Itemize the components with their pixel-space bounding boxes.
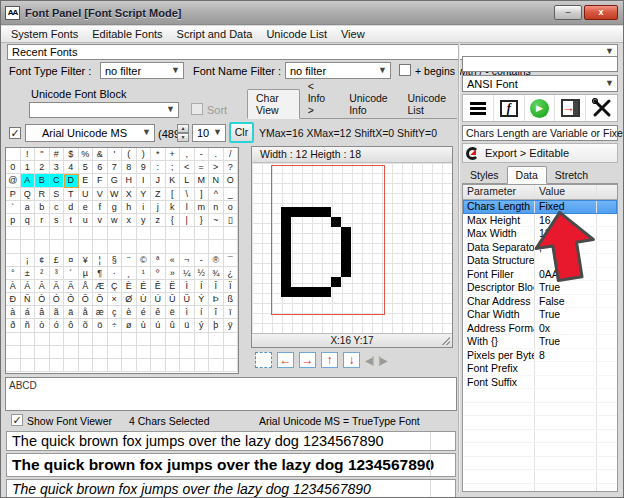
grid-cell-?[interactable]: ? xyxy=(224,161,239,174)
grid-cell-ñ[interactable]: ñ xyxy=(21,319,36,332)
grid-cell-▯[interactable]: ▯ xyxy=(224,214,239,227)
grid-cell-i[interactable]: i xyxy=(137,201,152,214)
grid-cell[interactable] xyxy=(224,240,239,253)
grid-cell[interactable] xyxy=(122,333,137,346)
grid-cell[interactable] xyxy=(180,333,195,346)
grid-cell-À[interactable]: À xyxy=(6,280,21,293)
glyph-pixel[interactable] xyxy=(281,237,291,247)
grid-cell-à[interactable]: à xyxy=(6,306,21,319)
grid-cell-ä[interactable]: ä xyxy=(64,306,79,319)
grid-cell-V[interactable]: V xyxy=(93,188,108,201)
grid-cell-ö[interactable]: ö xyxy=(93,319,108,332)
grid-cell[interactable] xyxy=(224,346,239,359)
grid-cell-'[interactable]: ' xyxy=(108,148,123,161)
grid-cell[interactable] xyxy=(6,254,21,267)
grid-cell-£[interactable]: £ xyxy=(50,254,65,267)
grid-cell-C[interactable]: C xyxy=(50,174,65,187)
grid-cell-B[interactable]: B xyxy=(35,174,50,187)
grid-cell-3[interactable]: 3 xyxy=(50,161,65,174)
grid-cell[interactable] xyxy=(166,227,181,240)
grid-cell-Å[interactable]: Å xyxy=(79,280,94,293)
grid-cell-¯[interactable]: ¯ xyxy=(224,254,239,267)
grid-cell-á[interactable]: á xyxy=(21,306,36,319)
glyph-pixel[interactable] xyxy=(281,267,291,277)
glyph-pixel[interactable] xyxy=(281,217,291,227)
glyph-pixel[interactable] xyxy=(281,277,291,287)
grid-cell-([interactable]: ( xyxy=(122,148,137,161)
table-row-char-width[interactable]: Char WidthTrue xyxy=(463,308,617,322)
grid-cell-m[interactable]: m xyxy=(195,201,210,214)
grid-cell[interactable] xyxy=(166,333,181,346)
grid-cell-U[interactable]: U xyxy=(79,188,94,201)
grid-cell[interactable] xyxy=(151,240,166,253)
menu-icon[interactable] xyxy=(463,95,494,121)
grid-cell-ô[interactable]: ô xyxy=(64,319,79,332)
grid-cell-l[interactable]: l xyxy=(180,201,195,214)
grid-cell-x[interactable]: x xyxy=(122,214,137,227)
glyph-pixel[interactable] xyxy=(301,287,311,297)
glyph-pixel[interactable] xyxy=(291,287,301,297)
grid-cell-k[interactable]: k xyxy=(166,201,181,214)
menu-item-view[interactable]: View xyxy=(334,28,372,40)
grid-cell[interactable] xyxy=(166,359,181,372)
grid-cell-9[interactable]: 9 xyxy=(137,161,152,174)
close-button[interactable]: x xyxy=(584,5,618,20)
grid-cell[interactable] xyxy=(195,333,210,346)
grid-cell[interactable] xyxy=(195,346,210,359)
grid-cell-´[interactable]: ´ xyxy=(64,267,79,280)
grid-cell-¹[interactable]: ¹ xyxy=(137,267,152,280)
next-char-icon[interactable]: |▶ xyxy=(378,355,386,366)
grid-cell-n[interactable]: n xyxy=(209,201,224,214)
grid-cell[interactable] xyxy=(224,359,239,372)
grid-cell-X[interactable]: X xyxy=(122,188,137,201)
grid-cell-¥[interactable]: ¥ xyxy=(79,254,94,267)
grid-cell-y[interactable]: y xyxy=(137,214,152,227)
grid-cell-S[interactable]: S xyxy=(50,188,65,201)
grid-cell[interactable] xyxy=(93,240,108,253)
grid-cell-f[interactable]: f xyxy=(93,201,108,214)
grid-cell[interactable] xyxy=(108,240,123,253)
grid-cell[interactable] xyxy=(79,227,94,240)
grid-cell[interactable] xyxy=(108,227,123,240)
grid-cell-Ù[interactable]: Ù xyxy=(137,293,152,306)
grid-cell-Ë[interactable]: Ë xyxy=(166,280,181,293)
grid-cell[interactable] xyxy=(209,240,224,253)
grid-cell-ý[interactable]: ý xyxy=(195,319,210,332)
grid-cell[interactable] xyxy=(50,240,65,253)
move-right-icon[interactable]: → xyxy=(299,352,316,368)
grid-cell-{[interactable]: { xyxy=(166,214,181,227)
font-type-filter-dropdown[interactable]: no filter ▼ xyxy=(100,62,184,79)
grid-cell-q[interactable]: q xyxy=(21,214,36,227)
grid-cell-w[interactable]: w xyxy=(108,214,123,227)
grid-cell-ç[interactable]: ç xyxy=(108,306,123,319)
tab--info-[interactable]: < Info > xyxy=(300,78,342,118)
move-up-icon[interactable]: ↑ xyxy=(321,352,338,368)
grid-cell[interactable] xyxy=(50,346,65,359)
grid-cell-K[interactable]: K xyxy=(166,174,181,187)
grid-cell-Ï[interactable]: Ï xyxy=(224,280,239,293)
grid-cell[interactable] xyxy=(166,240,181,253)
grid-cell-2[interactable]: 2 xyxy=(35,161,50,174)
grid-cell-ë[interactable]: ë xyxy=(166,306,181,319)
grid-cell-Ð[interactable]: Ð xyxy=(6,293,21,306)
font-f-icon[interactable]: f xyxy=(494,95,525,121)
grid-cell-![interactable]: ! xyxy=(21,148,36,161)
grid-cell-Û[interactable]: Û xyxy=(166,293,181,306)
begins-with-checkbox[interactable] xyxy=(399,64,411,76)
grid-cell[interactable] xyxy=(35,227,50,240)
glyph-pixel-canvas[interactable] xyxy=(252,163,452,333)
grid-cell-5[interactable]: 5 xyxy=(79,161,94,174)
grid-cell[interactable] xyxy=(50,359,65,372)
grid-cell[interactable] xyxy=(151,227,166,240)
grid-cell-Ü[interactable]: Ü xyxy=(180,293,195,306)
spinner-up-icon[interactable]: ▲ xyxy=(177,124,189,133)
grid-cell-8[interactable]: 8 xyxy=(122,161,137,174)
grid-cell-¡[interactable]: ¡ xyxy=(21,254,36,267)
glyph-pixel[interactable] xyxy=(331,217,341,227)
grid-cell-~[interactable]: ~ xyxy=(209,214,224,227)
glyph-pixel[interactable] xyxy=(281,257,291,267)
grid-cell-ê[interactable]: ê xyxy=(151,306,166,319)
grid-cell-î[interactable]: î xyxy=(209,306,224,319)
grid-cell-Õ[interactable]: Õ xyxy=(79,293,94,306)
grid-cell-Â[interactable]: Â xyxy=(35,280,50,293)
